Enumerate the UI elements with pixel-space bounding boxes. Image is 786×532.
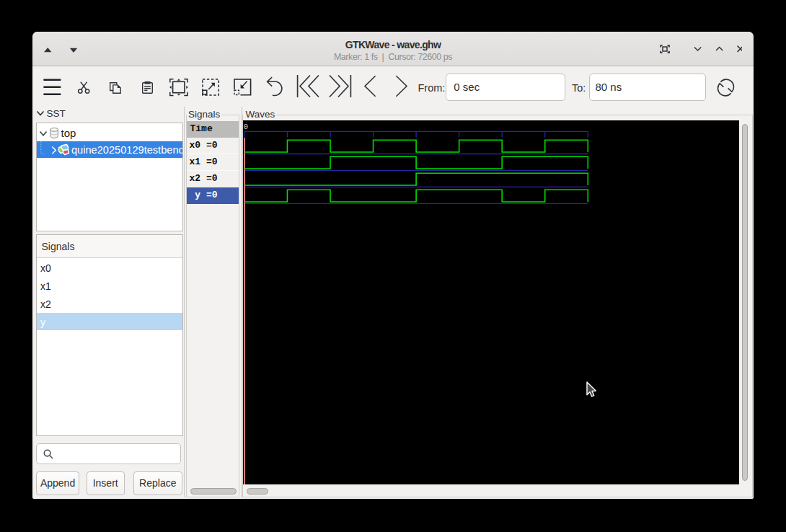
svg-text:0: 0 — [243, 123, 248, 131]
